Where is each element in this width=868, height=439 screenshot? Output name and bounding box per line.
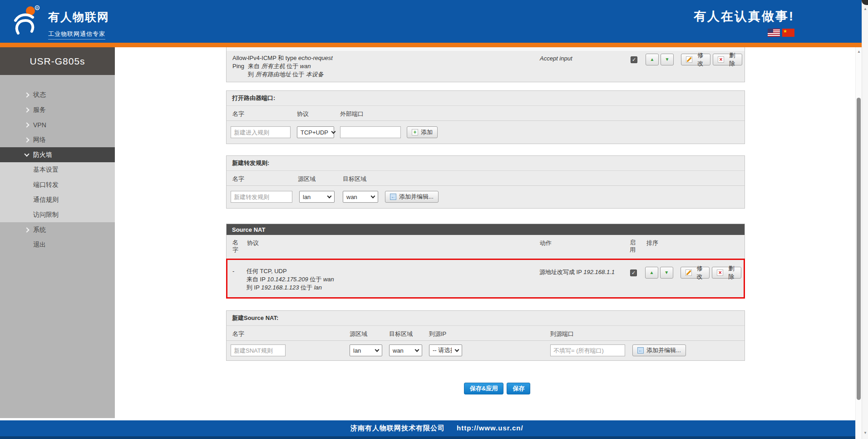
chevron-down-icon (455, 348, 459, 352)
sidebar-item-traffic-rules[interactable]: 通信规则 (0, 192, 115, 207)
sort-up-button[interactable] (646, 54, 659, 65)
rule-name-input[interactable] (231, 126, 291, 138)
add-edit-button[interactable]: 添加并编辑... (385, 191, 439, 203)
save-button[interactable]: 保存 (507, 383, 530, 394)
row-controls: 修改 删除 (631, 54, 745, 65)
match-italic: wan (300, 63, 311, 70)
sidebar-item-label: 系统 (33, 226, 46, 234)
sidebar-item-firewall[interactable]: 防火墙 (0, 147, 115, 162)
sidebar-item-basic-settings[interactable]: 基本设置 (0, 162, 115, 177)
router-admin-page: R 有人物联网 工业物联网通信专家 有人在认真做事! USR-G805s 状态 (0, 0, 868, 439)
sidebar-item-system[interactable]: 系统 (0, 222, 115, 237)
allow-ping-section: Allow-Ping IPv4-ICMP 和 type echo-request… (226, 47, 745, 82)
enable-checkbox[interactable] (630, 269, 637, 276)
scrollbar-thumb[interactable] (857, 98, 861, 400)
add-edit-icon (637, 347, 644, 354)
footer-company: 济南有人物联网技术有限公司 (350, 424, 445, 433)
external-port-input[interactable] (340, 126, 401, 138)
scroll-down-icon[interactable]: ▼ (862, 431, 868, 435)
to-src-port-input[interactable] (550, 344, 625, 356)
match-text: 任何 TCP, UDP (247, 267, 334, 275)
add-button-label: 添加 (421, 128, 433, 136)
match-text: 位于 (308, 276, 323, 283)
column-headers: 名字 源区域 目标区域 到源IP 到源端口 (227, 326, 745, 341)
add-button[interactable]: 添加 (407, 126, 438, 138)
match-text: 位于 (291, 71, 306, 78)
to-src-ip-value: -- 请选择 -- (433, 346, 452, 354)
to-src-ip-select[interactable]: -- 请选择 -- (429, 344, 462, 356)
add-icon (412, 129, 418, 135)
edit-icon (686, 269, 692, 276)
sidebar-item-label: 状态 (33, 91, 46, 99)
sidebar-item-label: VPN (33, 121, 46, 129)
dst-zone-select[interactable]: wan (389, 344, 422, 356)
match-text: 位于 (299, 284, 314, 291)
section-title: 打开路由器端口: (227, 91, 745, 106)
sidebar-menu: 状态 服务 VPN 网络 防火墙 基本设置 端口转发 (0, 75, 115, 252)
source-nat-section: Source NAT 名字 协议 动作 启用 排序 - 任何 TCP, UDP … (226, 224, 745, 298)
src-zone-select[interactable]: lan (299, 191, 335, 203)
dst-zone-select[interactable]: wan (343, 191, 378, 203)
edit-button-label: 修改 (695, 51, 705, 68)
edit-button[interactable]: 修改 (681, 54, 710, 65)
delete-icon (717, 269, 723, 276)
sidebar-item-logout[interactable]: 退出 (0, 237, 115, 252)
add-edit-button-label: 添加并编辑... (646, 346, 681, 354)
sidebar-item-label: 端口转发 (33, 181, 59, 189)
sidebar-item-access-restrict[interactable]: 访问限制 (0, 207, 115, 222)
match-italic: 10.142.175.209 (267, 276, 308, 283)
footer-url-link[interactable]: http://www.usr.cn/ (457, 424, 523, 433)
source-nat-title: Source NAT (227, 224, 745, 235)
forward-name-input[interactable] (231, 191, 292, 203)
scroll-up-icon[interactable]: ▲ (856, 50, 862, 54)
sidebar-item-network[interactable]: 网络 (0, 132, 115, 147)
brand: R 有人物联网 工业物联网通信专家 (12, 5, 109, 40)
src-zone-select[interactable]: lan (350, 344, 382, 356)
col-to-src-ip: 到源IP (429, 330, 446, 338)
col-dst-zone: 目标区域 (389, 330, 413, 338)
brand-logo: R (12, 5, 42, 37)
enable-checkbox[interactable] (631, 56, 637, 63)
sidebar-item-vpn[interactable]: VPN (0, 117, 115, 132)
footer-bar: 济南有人物联网技术有限公司 http://www.usr.cn/ (0, 420, 855, 436)
flag-cn-icon[interactable] (782, 29, 794, 37)
match-text: 到 (248, 71, 256, 78)
sidebar-item-status[interactable]: 状态 (0, 87, 115, 102)
col-name: 名字 (232, 330, 244, 338)
content-scrollbar: ▲ (855, 47, 862, 439)
col-enable: 启用 (630, 239, 637, 254)
chevron-down-icon (24, 151, 29, 156)
match-italic: 本设备 (306, 71, 324, 78)
save-apply-button[interactable]: 保存&应用 (464, 383, 503, 394)
sidebar-item-port-forward[interactable]: 端口转发 (0, 177, 115, 192)
sort-up-button[interactable] (645, 267, 658, 279)
sidebar-item-services[interactable]: 服务 (0, 102, 115, 117)
edit-button[interactable]: 修改 (681, 267, 710, 279)
sidebar-item-label: 防火墙 (33, 151, 52, 159)
match-italic: wan (323, 276, 334, 283)
column-headers: 名字 源区域 目标区域 (227, 171, 745, 186)
add-edit-button[interactable]: 添加并编辑... (632, 344, 686, 356)
sort-down-button[interactable] (660, 267, 673, 279)
delete-button[interactable]: 删除 (712, 267, 741, 279)
add-edit-button-label: 添加并编辑... (399, 193, 434, 201)
browser-scrollbar: ▲ ▼ (862, 0, 868, 439)
match-italic: 192.168.1.123 (261, 284, 299, 291)
slogan-text: 有人在认真做事! (694, 8, 794, 25)
src-zone-value: lan (303, 194, 311, 200)
delete-button-label: 删除 (727, 51, 737, 68)
allow-ping-row: Allow-Ping IPv4-ICMP 和 type echo-request… (227, 51, 745, 82)
new-rule-row: lan wan 添加并编辑... (227, 186, 745, 208)
device-name: USR-G805s (0, 47, 115, 75)
flag-us-icon[interactable] (768, 29, 780, 37)
sort-down-button[interactable] (661, 54, 674, 65)
snat-name-input[interactable] (231, 344, 286, 356)
col-protocol: 协议 (297, 110, 309, 118)
scroll-up-icon[interactable]: ▲ (862, 7, 868, 11)
protocol-select[interactable]: TCP+UDP (297, 126, 334, 138)
dst-zone-value: wan (393, 347, 404, 354)
delete-button[interactable]: 删除 (713, 54, 742, 65)
match-text: 到 IP (247, 284, 261, 291)
sidebar-item-label: 访问限制 (33, 211, 59, 219)
match-text: 位于 (285, 63, 300, 70)
